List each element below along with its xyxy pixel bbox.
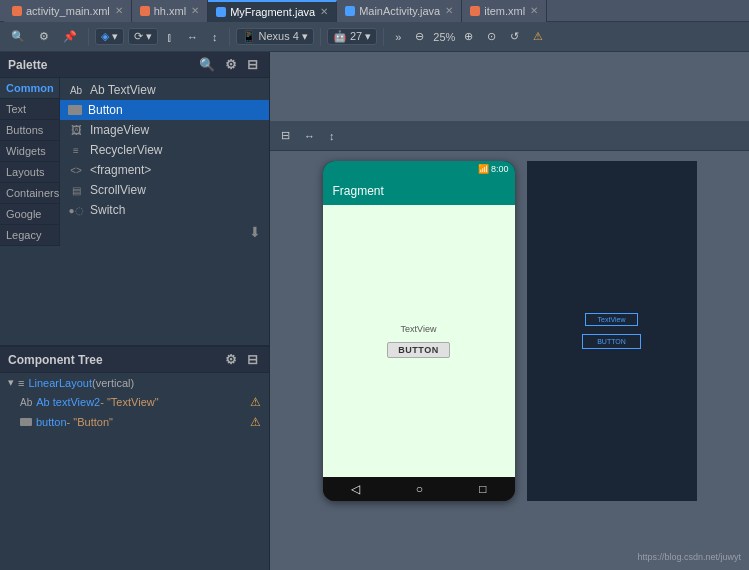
- orientation-arrow: ▾: [146, 30, 152, 43]
- palette-item-recyclerview[interactable]: ≡ RecyclerView: [60, 140, 269, 160]
- panel-toggle-btn[interactable]: ⊟: [276, 127, 295, 144]
- phone-button: BUTTON: [387, 342, 449, 358]
- button-icon: [68, 105, 82, 115]
- api-dropdown[interactable]: 🤖 27 ▾: [327, 28, 377, 45]
- tab-icon-item-xml: [470, 6, 480, 16]
- palette-item-imageview[interactable]: 🖼 ImageView: [60, 120, 269, 140]
- search-button[interactable]: 🔍: [6, 28, 30, 45]
- pin-button[interactable]: 📌: [58, 28, 82, 45]
- tab-close-mainactivity[interactable]: ✕: [445, 5, 453, 16]
- tree-pin-icon[interactable]: ⊟: [244, 351, 261, 368]
- warning-indicator[interactable]: ⚠: [528, 28, 548, 45]
- nexus-label: Nexus 4 ▾: [259, 30, 308, 43]
- zoom-fit-btn[interactable]: ⊙: [482, 28, 501, 45]
- palette-settings-icon[interactable]: ⚙: [222, 56, 240, 73]
- phone-status-bar: 📶 8:00: [323, 161, 515, 177]
- zoom-level: 25%: [433, 31, 455, 43]
- category-common[interactable]: Common: [0, 78, 59, 99]
- tree-textview2-label: Ab textView2- "TextView": [36, 396, 158, 408]
- orientation-icon: ⟳: [134, 30, 143, 43]
- nav-recent-icon: □: [479, 482, 486, 496]
- horiz-guide-btn[interactable]: ↔: [299, 128, 320, 144]
- palette-top: Palette 🔍 ⚙ ⊟ Common Text Buttons Widget…: [0, 52, 269, 347]
- tree-item-button[interactable]: button- "Button" ⚠: [0, 412, 269, 432]
- tab-close-activity-main[interactable]: ✕: [115, 5, 123, 16]
- phone-content: TextView BUTTON: [323, 205, 515, 477]
- palette-item-button[interactable]: Button: [60, 100, 269, 120]
- palette-item-textview-label: Ab TextView: [90, 83, 156, 97]
- palette-header: Palette 🔍 ⚙ ⊟: [0, 52, 269, 78]
- tree-item-textview2[interactable]: Ab Ab textView2- "TextView" ⚠: [0, 392, 269, 412]
- button-tree-icon: [20, 418, 32, 426]
- zoom-minus-btn[interactable]: ⊖: [410, 28, 429, 45]
- wifi-icon: 📶: [478, 164, 489, 174]
- palette-item-textview[interactable]: Ab Ab TextView: [60, 80, 269, 100]
- phone-icon: 📱: [242, 30, 256, 43]
- split-btn[interactable]: ⫿: [162, 29, 178, 45]
- category-layouts[interactable]: Layouts: [0, 162, 59, 183]
- phone-nav-bar: ◁ ○ □: [323, 477, 515, 501]
- palette-download-icon[interactable]: ⬇: [249, 224, 261, 240]
- palette-item-scrollview[interactable]: ▤ ScrollView: [60, 180, 269, 200]
- toolbar-separator-1: [88, 28, 89, 46]
- tree-expand-icon: ▾: [8, 376, 14, 389]
- palette-item-switch-label: Switch: [90, 203, 125, 217]
- api-label: 27 ▾: [350, 30, 371, 43]
- zoom-plus-btn[interactable]: ⊕: [459, 28, 478, 45]
- phone-textview: TextView: [401, 324, 437, 334]
- vert-guide-btn[interactable]: ↕: [324, 128, 340, 144]
- category-google[interactable]: Google: [0, 204, 59, 225]
- tab-close-item-xml[interactable]: ✕: [530, 5, 538, 16]
- tree-settings-icon[interactable]: ⚙: [222, 351, 240, 368]
- palette-item-switch[interactable]: ●◌ Switch: [60, 200, 269, 220]
- palette-item-fragment-label: <fragment>: [90, 163, 151, 177]
- orientation-dropdown[interactable]: ⟳ ▾: [128, 28, 158, 45]
- toolbar-separator-3: [320, 28, 321, 46]
- category-buttons[interactable]: Buttons: [0, 120, 59, 141]
- vert-btn[interactable]: ↕: [207, 29, 223, 45]
- nav-home-icon: ○: [416, 482, 423, 496]
- more-options-btn[interactable]: »: [390, 29, 406, 45]
- canvas-toolbar: ⊟ ↔ ↕: [270, 121, 749, 151]
- refresh-btn[interactable]: ↺: [505, 28, 524, 45]
- palette-search-icon[interactable]: 🔍: [196, 56, 218, 73]
- tab-myfragment[interactable]: MyFragment.java ✕: [208, 0, 337, 22]
- tab-close-myfragment[interactable]: ✕: [320, 6, 328, 17]
- tab-mainactivity[interactable]: MainActivity.java ✕: [337, 0, 462, 22]
- switch-icon: ●◌: [68, 205, 84, 216]
- tab-activity-main[interactable]: activity_main.xml ✕: [4, 0, 132, 22]
- category-containers[interactable]: Containers: [0, 183, 59, 204]
- tree-item-linearlayout[interactable]: ▾ ≡ LinearLayout(vertical): [0, 373, 269, 392]
- category-text[interactable]: Text: [0, 99, 59, 120]
- tree-header-icons: ⚙ ⊟: [222, 351, 261, 368]
- button-warning-icon: ⚠: [250, 415, 261, 429]
- tab-icon-activity-main: [12, 6, 22, 16]
- category-legacy[interactable]: Legacy: [0, 225, 59, 246]
- tab-label-hh-xml: hh.xml: [154, 5, 186, 17]
- design-canvas: ⊟ ↔ ↕ 📶 8:00 Fragment TextView BUTTON ◁: [270, 52, 749, 570]
- tab-item-xml[interactable]: item.xml ✕: [462, 0, 547, 22]
- right-button: BUTTON: [582, 334, 641, 349]
- phone-container: 📶 8:00 Fragment TextView BUTTON ◁ ○ □: [323, 161, 697, 501]
- watermark: https://blog.csdn.net/juwyt: [637, 552, 741, 562]
- palette-pin-icon[interactable]: ⊟: [244, 56, 261, 73]
- settings-button[interactable]: ⚙: [34, 28, 54, 45]
- palette-header-icons: 🔍 ⚙ ⊟: [196, 56, 261, 73]
- tree-linearlayout-label: LinearLayout(vertical): [28, 377, 134, 389]
- global-toolbar: 🔍 ⚙ 📌 ◈ ▾ ⟳ ▾ ⫿ ↔ ↕ 📱 Nexus 4 ▾ 🤖 27 ▾ »…: [0, 22, 749, 52]
- horiz-btn[interactable]: ↔: [182, 29, 203, 45]
- palette-body: Common Text Buttons Widgets Layouts Cont…: [0, 78, 269, 246]
- palette-item-scrollview-label: ScrollView: [90, 183, 146, 197]
- nav-back-icon: ◁: [351, 482, 360, 496]
- palette-item-fragment[interactable]: <> <fragment>: [60, 160, 269, 180]
- tree-button-label: button- "Button": [36, 416, 113, 428]
- component-tree-header: Component Tree ⚙ ⊟: [0, 347, 269, 373]
- linearlayout-icon: ≡: [18, 377, 24, 389]
- design-dropdown[interactable]: ◈ ▾: [95, 28, 124, 45]
- tab-hh-xml[interactable]: hh.xml ✕: [132, 0, 208, 22]
- tab-close-hh-xml[interactable]: ✕: [191, 5, 199, 16]
- android-icon: 🤖: [333, 30, 347, 43]
- nexus-dropdown[interactable]: 📱 Nexus 4 ▾: [236, 28, 314, 45]
- tab-label-mainactivity: MainActivity.java: [359, 5, 440, 17]
- category-widgets[interactable]: Widgets: [0, 141, 59, 162]
